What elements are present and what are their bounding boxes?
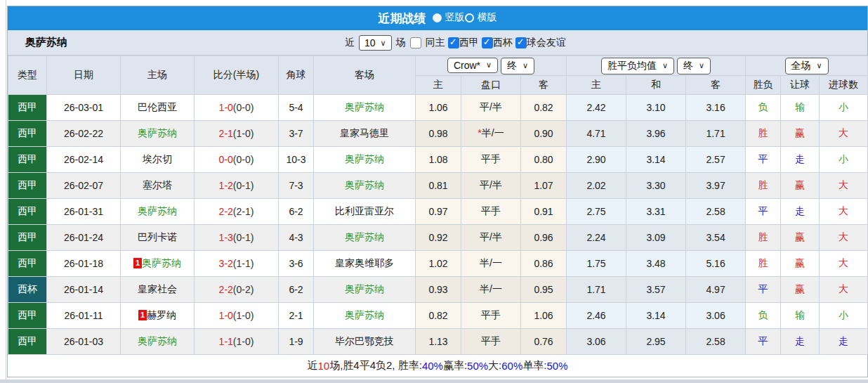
mean-period-select[interactable]: 终 ∨ [677,58,711,74]
cell-result-handicap: 赢 [781,173,820,199]
handicap-star: * [478,127,481,138]
bookmaker-period-select[interactable]: 终 ∨ [501,58,534,74]
subcol-mean-away: 客 [686,76,746,95]
cell-odds-away: 0.86 [521,251,567,277]
col-header-away: 客场 [314,56,416,95]
cell-away-team: 奥萨苏纳 [314,225,416,251]
halftime-score: (0-0) [233,102,254,113]
cell-mean-away: 4.97 [686,277,746,303]
radio-icon[interactable] [433,13,442,22]
cell-mean-home: 2.46 [567,303,626,329]
cell-home-team: 1赫罗纳 [121,303,195,329]
subcol-mean-draw: 和 [626,76,686,95]
col-header-home: 主场 [121,56,195,95]
home-team-name: 塞尔塔 [143,179,172,190]
cell-date: 26-01-18 [47,251,121,277]
checkbox-label: 球会友谊 [527,37,566,49]
cell-score: 3-2(1-1) [195,251,279,277]
summary-line: 近10场,胜4平4负2, 胜率:40% 赢率:50% 大:60% 单率:50% [8,355,867,377]
cell-result-goals: 大 [820,251,868,277]
layout-radio-selected[interactable]: 竖版 [433,11,465,24]
cell-home-team: 1奥萨苏纳 [121,251,195,277]
competition-filter-group: 同主西甲西杯球会友谊 [410,37,566,49]
cell-away-team: 皇家奥维耶多 [314,251,416,277]
subcol-odds-away: 客 [521,76,567,95]
checkbox-checked-icon[interactable] [482,37,493,48]
fulltime-score: 1-0 [219,310,233,321]
subcol-result-wdl: 胜负 [746,76,781,95]
cell-score: 1-0(1-0) [195,303,279,329]
cell-league-type: 西甲 [8,303,47,329]
cell-result-wdl: 胜 [746,225,781,251]
cell-odds-away: 0.96 [521,225,567,251]
cell-result-handicap: 走 [781,329,820,355]
checkbox-checked-icon[interactable] [515,37,527,48]
filter-checkbox-item[interactable]: 西杯 [482,37,513,49]
cell-corners: 1-9 [279,329,314,355]
table-row: 西甲 26-01-11 1赫罗纳 1-0(1-0) 2-1 奥萨苏纳 0.82 … [8,303,868,329]
cell-odds-home: 1.13 [416,329,461,355]
cell-mean-home: 3.06 [567,329,626,355]
cell-result-handicap: 赢 [781,225,820,251]
cell-handicap: 平/半 [461,225,521,251]
cell-result-wdl: 平 [746,329,781,355]
home-team-name: 奥萨苏纳 [138,335,177,346]
checkbox-label: 西杯 [493,37,513,49]
cell-mean-draw: 3.30 [626,173,686,199]
recent-count-select[interactable]: 10 ∨ [359,35,392,51]
fulltime-score: 1-0 [219,102,233,113]
home-team-name: 赫罗纳 [147,309,176,320]
cell-date: 26-01-03 [47,329,121,355]
cell-result-goals: 小 [820,147,868,173]
fulltime-score: 1-2 [219,180,233,191]
cell-result-handicap: 赢 [781,121,820,147]
halftime-score: (1-1) [233,258,254,269]
filter-checkbox-item[interactable]: 球会友谊 [515,37,566,49]
subcol-odds-home: 主 [416,76,461,95]
fulltime-score: 2-1 [219,128,233,139]
summary-segment: 50% [546,360,567,372]
radio-label: 横版 [478,11,497,24]
cell-odds-home: 0.97 [416,199,461,225]
chevron-down-icon: ∨ [486,60,492,70]
away-team-name: 比利亚雷亚尔 [335,205,394,216]
away-team-name: 皇家奥维耶多 [335,257,394,268]
summary-segment: 60% [501,360,522,372]
bookmaker-select[interactable]: Crow* ∨ [447,58,498,73]
checkbox-label: 同主 [426,37,445,49]
summary-segment: 近 [307,359,317,372]
table-row: 西甲 26-02-07 塞尔塔 1-2(0-1) 7-3 奥萨苏纳 0.81 平… [8,173,868,199]
filter-checkbox-item[interactable]: 西甲 [448,37,479,49]
filter-checkbox-item[interactable]: 同主 [410,37,445,49]
mean-odds-select[interactable]: 胜平负均值 ∨ [601,58,674,74]
checkbox-unchecked-icon[interactable] [410,37,421,48]
cell-home-team: 奥萨苏纳 [121,121,195,147]
table-row: 西甲 26-01-03 奥萨苏纳 1-1(1-0) 1-9 毕尔巴鄂竞技 1.1… [8,329,868,355]
cell-odds-home: 0.98 [416,121,461,147]
cell-mean-away: 2.57 [686,147,746,173]
home-team-name: 奥萨苏纳 [142,257,181,268]
cell-result-goals: 大 [820,277,868,303]
layout-radio-option[interactable]: 横版 [465,11,497,24]
bookmaker-select-value: Crow* [454,60,480,71]
layout-radio-group: 竖版横版 [433,11,497,25]
cell-mean-draw: 3.57 [626,277,686,303]
summary-segment: 大: [488,359,501,372]
cell-mean-draw: 3.14 [626,147,686,173]
cell-mean-away: 1.71 [686,121,746,147]
checkbox-label: 西甲 [459,37,479,49]
team-name: 奥萨苏纳 [25,36,67,49]
fulltime-select[interactable]: 全场 ∨ [785,58,829,74]
home-team-name: 埃尔切 [143,153,172,164]
cell-mean-draw: 3.09 [626,225,686,251]
cell-mean-draw: 3.48 [626,251,686,277]
group-header-fulltime: 全场 ∨ [746,56,868,76]
home-team-name: 奥萨苏纳 [138,205,177,216]
cell-result-goals: 大 [820,173,868,199]
cell-handicap: 半/一 [461,251,521,277]
cell-corners: 3-6 [279,251,314,277]
cell-home-team: 皇家社会 [121,277,195,303]
radio-icon[interactable] [465,13,474,22]
checkbox-checked-icon[interactable] [448,37,459,48]
home-team-name: 巴伦西亚 [138,101,177,112]
